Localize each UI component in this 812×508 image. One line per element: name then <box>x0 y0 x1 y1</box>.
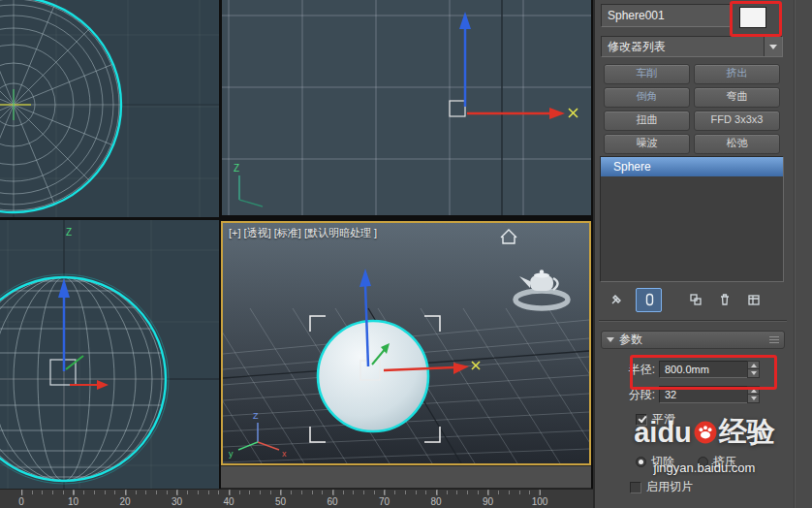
modifier-button-bend[interactable]: 弯曲 <box>694 87 780 108</box>
ruler-minor-ticks <box>21 491 542 494</box>
modifier-button-twist[interactable]: 扭曲 <box>604 111 690 131</box>
timeline-ruler[interactable]: 0 10 20 30 40 50 60 70 80 90 100 <box>0 489 593 508</box>
radius-value: 800.0mm <box>665 364 709 375</box>
radius-label: 半径: <box>595 362 655 378</box>
ruler-number: 10 <box>68 496 78 507</box>
ruler-number: 20 <box>119 496 130 507</box>
make-unique-button[interactable] <box>682 288 708 312</box>
command-panel: Sphere001 修改器列表 车削 挤出 倒角 弯曲 扭曲 FFD 3x3x3… <box>593 0 812 508</box>
show-end-result-icon <box>641 292 657 307</box>
squash-label: 挤压 <box>713 454 736 470</box>
3dsmax-window: Z <box>0 0 812 508</box>
make-unique-icon <box>688 292 703 307</box>
ruler-number: 80 <box>430 496 441 507</box>
pin-stack-icon <box>609 292 624 307</box>
spinner-down-icon[interactable] <box>747 369 760 378</box>
ruler-number: 40 <box>223 496 234 507</box>
modifier-button-lathe[interactable]: 车削 <box>604 64 690 84</box>
pin-stack-button[interactable] <box>603 288 629 312</box>
ruler-number: 100 <box>532 496 548 507</box>
smooth-checkbox-row: 平滑 <box>636 411 675 428</box>
trash-icon <box>717 292 733 307</box>
segments-input[interactable]: 32 <box>659 386 760 403</box>
axis-z-label: Z <box>66 227 72 238</box>
viewport-perspective-canvas: Z x y <box>223 223 589 463</box>
ruler-number: 30 <box>172 496 182 507</box>
squash-radio[interactable] <box>698 457 708 467</box>
axis-z-label: Z <box>234 163 239 174</box>
chop-label: 切除 <box>651 454 674 470</box>
viewport-front[interactable]: Z <box>222 0 591 215</box>
parameters-rollout-header[interactable]: 参数 <box>601 331 785 349</box>
enable-slice-label: 启用切片 <box>646 479 693 495</box>
show-end-result-button[interactable] <box>636 288 662 312</box>
chevron-down-icon <box>769 45 777 53</box>
modifier-buttons: 车削 挤出 倒角 弯曲 扭曲 FFD 3x3x3 噪波 松弛 <box>604 64 780 154</box>
panel-separator <box>599 320 787 321</box>
modifier-button-bevel[interactable]: 倒角 <box>604 87 690 108</box>
segments-label: 分段: <box>595 387 655 403</box>
ruler-number: 90 <box>483 496 493 507</box>
ruler-number: 0 <box>18 496 24 507</box>
radius-row: 半径: 800.0mm <box>595 360 812 379</box>
modifier-button-ffd[interactable]: FFD 3x3x3 <box>694 111 780 131</box>
object-color-swatch[interactable] <box>739 7 766 28</box>
viewport-menus[interactable]: [+] [透视] [标准] [默认明暗处理 ] <box>229 226 377 240</box>
spinner-up-icon[interactable] <box>747 386 760 395</box>
enable-slice-checkbox[interactable] <box>630 482 641 493</box>
baidu-paw-logo-icon <box>694 421 717 444</box>
modifier-button-noise[interactable]: 噪波 <box>604 134 690 154</box>
slice-checkbox-row: 启用切片 <box>630 479 693 495</box>
viewport-top[interactable] <box>0 0 219 217</box>
rollout-handle-icon <box>769 336 779 344</box>
selected-sphere[interactable] <box>318 321 428 431</box>
configure-modifier-sets-button[interactable] <box>740 288 766 312</box>
stack-toolbar <box>603 288 773 311</box>
stack-item-sphere[interactable]: Sphere <box>601 157 783 176</box>
object-name-field[interactable]: Sphere001 <box>601 4 733 27</box>
smooth-label: 平滑 <box>652 411 675 428</box>
ruler-number: 50 <box>275 496 286 507</box>
spinner-down-icon[interactable] <box>747 395 760 403</box>
smooth-checkbox[interactable] <box>636 414 647 426</box>
segments-spinner[interactable] <box>747 386 760 403</box>
modifier-list-dropdown[interactable]: 修改器列表 <box>601 36 783 57</box>
modifier-button-relax[interactable]: 松弛 <box>694 134 780 154</box>
spinner-up-icon[interactable] <box>747 361 760 369</box>
rollout-title: 参数 <box>619 333 642 346</box>
radius-input[interactable]: 800.0mm <box>659 361 760 378</box>
modifier-list-label: 修改器列表 <box>608 40 666 53</box>
configure-modifier-sets-icon <box>746 292 762 307</box>
dropdown-button[interactable] <box>764 37 782 56</box>
panel-divider <box>794 0 795 508</box>
segments-row: 分段: 32 <box>595 385 812 404</box>
track-bar[interactable] <box>221 465 591 489</box>
hemisphere-mode-row: 切除 挤压 <box>636 454 760 470</box>
ruler-number: 70 <box>379 496 390 507</box>
viewport-left-canvas: Z <box>0 220 219 489</box>
modifier-stack-list[interactable]: Sphere <box>600 156 784 282</box>
modifier-button-extrude[interactable]: 挤出 <box>694 64 780 84</box>
ruler-number: 60 <box>327 496 337 507</box>
radius-spinner[interactable] <box>747 361 760 378</box>
axis-x-label: x <box>282 449 287 459</box>
viewport-left[interactable]: Z <box>0 220 219 489</box>
viewport-top-canvas <box>0 0 219 217</box>
viewport-perspective[interactable]: Z x y [+] [透视] [标准] [默认明暗处理 ] <box>221 221 591 465</box>
rollout-open-icon <box>607 337 614 346</box>
axis-y-label: y <box>229 449 234 459</box>
watermark-text: 经验 <box>719 413 775 452</box>
remove-modifier-button[interactable] <box>711 288 737 312</box>
viewport-front-canvas: Z <box>222 0 591 215</box>
segments-value: 32 <box>665 389 676 400</box>
axis-z-label: Z <box>253 411 259 421</box>
chop-radio[interactable] <box>636 457 646 467</box>
